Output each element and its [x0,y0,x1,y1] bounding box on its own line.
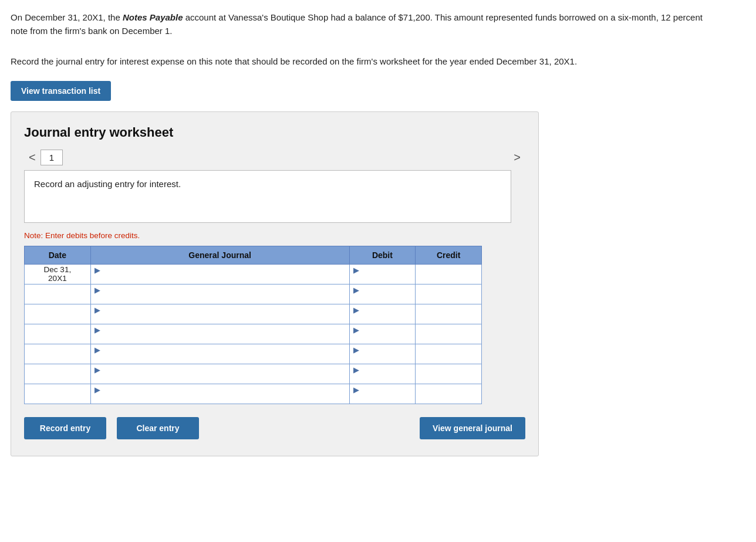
note-text: Note: Enter debits before credits. [24,231,525,240]
row-arrow-icon: ▶ [95,345,100,354]
row-arrow-icon: ▶ [95,385,100,394]
general-journal-input[interactable] [95,294,346,304]
row-arrow-icon: ▶ [95,326,100,334]
credit-input[interactable] [419,309,478,319]
debit-arrow-icon: ▶ [353,306,359,314]
debit-input[interactable] [353,374,412,384]
table-row: ▶▶ [25,384,482,404]
general-journal-input[interactable] [95,334,346,344]
credit-cell[interactable] [416,264,482,284]
general-journal-cell[interactable]: ▶ [90,324,349,344]
worksheet-title: Journal entry worksheet [24,125,525,140]
view-general-journal-button[interactable]: View general journal [420,417,525,439]
row-arrow-icon: ▶ [95,306,100,314]
debit-arrow-icon: ▶ [353,345,359,354]
debit-arrow-icon: ▶ [353,266,359,275]
general-journal-input[interactable] [95,354,346,364]
table-row: ▶▶ [25,284,482,304]
credit-cell[interactable] [416,304,482,324]
row-arrow-icon: ▶ [95,365,100,374]
credit-cell[interactable] [416,384,482,404]
credit-input[interactable] [419,329,478,338]
prev-arrow-button[interactable]: < [24,150,41,165]
view-transaction-list-button[interactable]: View transaction list [11,81,111,101]
general-journal-input[interactable] [95,275,346,284]
general-journal-cell[interactable]: ▶ [90,264,349,284]
credit-input[interactable] [419,269,478,279]
general-journal-cell[interactable]: ▶ [90,364,349,384]
credit-cell[interactable] [416,344,482,364]
journal-entry-worksheet: Journal entry worksheet < 1 > Record an … [11,111,539,456]
debit-arrow-icon: ▶ [353,286,359,294]
credit-input[interactable] [419,389,478,398]
clear-entry-button[interactable]: Clear entry [117,417,199,439]
row-arrow-icon: ▶ [95,286,100,294]
debit-cell[interactable]: ▶ [349,324,416,344]
general-journal-input[interactable] [95,314,346,324]
general-journal-cell[interactable]: ▶ [90,284,349,304]
debit-input[interactable] [353,334,412,344]
col-header-general-journal: General Journal [90,246,349,264]
col-header-date: Date [25,246,91,264]
tab-number: 1 [41,150,63,165]
debit-input[interactable] [353,314,412,324]
worksheet-nav: < 1 > [24,150,525,165]
debit-arrow-icon: ▶ [353,365,359,374]
table-row: ▶▶ [25,364,482,384]
date-cell [25,364,91,384]
debit-input[interactable] [353,294,412,304]
date-cell [25,324,91,344]
col-header-debit: Debit [349,246,416,264]
credit-input[interactable] [419,349,478,358]
date-cell: Dec 31, 20X1 [25,264,91,284]
general-journal-input[interactable] [95,374,346,384]
debit-cell[interactable]: ▶ [349,304,416,324]
credit-cell[interactable] [416,324,482,344]
table-row: ▶▶ [25,304,482,324]
next-arrow-button[interactable]: > [509,150,525,165]
debit-cell[interactable]: ▶ [349,364,416,384]
row-arrow-icon: ▶ [95,266,100,275]
debit-cell[interactable]: ▶ [349,384,416,404]
intro-paragraph2: Record the journal entry for interest ex… [11,55,686,68]
credit-cell[interactable] [416,284,482,304]
table-row: Dec 31, 20X1▶▶ [25,264,482,284]
debit-cell[interactable]: ▶ [349,344,416,364]
general-journal-cell[interactable]: ▶ [90,384,349,404]
date-cell [25,304,91,324]
intro-paragraph1: On December 31, 20X1, the Notes Payable … [11,11,715,38]
debit-input[interactable] [353,354,412,364]
credit-input[interactable] [419,369,478,378]
general-journal-input[interactable] [95,394,346,404]
record-entry-button[interactable]: Record entry [24,417,106,439]
col-header-credit: Credit [416,246,482,264]
table-row: ▶▶ [25,324,482,344]
debit-cell[interactable]: ▶ [349,284,416,304]
general-journal-cell[interactable]: ▶ [90,304,349,324]
debit-input[interactable] [353,275,412,284]
credit-cell[interactable] [416,364,482,384]
table-row: ▶▶ [25,344,482,364]
date-cell [25,384,91,404]
general-journal-cell[interactable]: ▶ [90,344,349,364]
debit-arrow-icon: ▶ [353,385,359,394]
debit-arrow-icon: ▶ [353,326,359,334]
debit-cell[interactable]: ▶ [349,264,416,284]
description-box: Record an adjusting entry for interest. [24,170,511,223]
action-buttons-row: Record entry Clear entry View general jo… [24,417,525,439]
date-cell [25,284,91,304]
debit-input[interactable] [353,394,412,404]
credit-input[interactable] [419,289,478,299]
journal-table: Date General Journal Debit Credit Dec 31… [24,246,482,404]
date-cell [25,344,91,364]
